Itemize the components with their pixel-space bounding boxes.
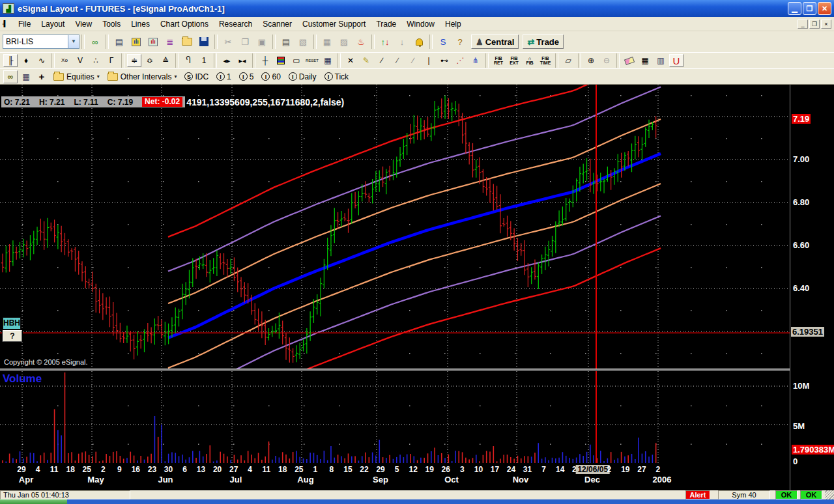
- dot-style-button[interactable]: ∴: [89, 54, 103, 67]
- compress-bars-button[interactable]: ◀▶: [220, 54, 234, 67]
- chart-area[interactable]: O: 7.21 H: 7.21 L: 7.11 C: 7.19 Net: -0.…: [0, 85, 834, 490]
- trade-button[interactable]: ⇄ Trade: [523, 35, 564, 49]
- volume-pane[interactable]: [0, 371, 790, 464]
- equities-folder[interactable]: Equities▾: [53, 72, 100, 81]
- grid-toggle-button[interactable]: ▦: [638, 54, 652, 67]
- price-pane[interactable]: [0, 85, 790, 369]
- resize-grip[interactable]: [825, 490, 834, 499]
- fib-circle-button[interactable]: ∩FIB: [523, 54, 537, 67]
- crosshair-cursor-button[interactable]: ┼: [258, 54, 272, 67]
- interval-box-button[interactable]: ▭: [289, 54, 304, 67]
- child-close-button[interactable]: ×: [821, 20, 831, 29]
- band-study-button[interactable]: ≎: [143, 54, 157, 67]
- menu-chart-options[interactable]: Chart Options: [155, 18, 214, 30]
- menu-layout[interactable]: Layout: [36, 18, 70, 30]
- candle-style-button[interactable]: ♦: [19, 54, 33, 67]
- hot-list-button[interactable]: ♨: [353, 34, 369, 49]
- candle: [94, 284, 97, 313]
- symbol-link-button[interactable]: ∞: [87, 34, 103, 49]
- help-question-button[interactable]: ?: [3, 330, 22, 342]
- close-button[interactable]: ✕: [818, 2, 831, 15]
- menu-scanner[interactable]: Scanner: [257, 18, 297, 30]
- restore-button[interactable]: ❐: [803, 2, 816, 15]
- alert-indicator[interactable]: Alert: [685, 490, 710, 499]
- eraser-tool-button[interactable]: [622, 54, 637, 67]
- expand-bars-button[interactable]: ▶◀: [235, 54, 250, 67]
- shapes-tool-button[interactable]: ▱: [561, 54, 575, 67]
- segment-tool-button[interactable]: ∕: [390, 54, 405, 67]
- quote-window-button[interactable]: ≣: [162, 34, 178, 49]
- print-button[interactable]: ▤: [278, 34, 294, 49]
- shift-bars-right-button[interactable]: 1: [197, 54, 211, 67]
- interval-1-button[interactable]: I1: [216, 72, 231, 81]
- pitchfork-tool-button[interactable]: ⋔: [468, 54, 483, 67]
- menu-trade[interactable]: Trade: [371, 18, 401, 30]
- envelope-study-button[interactable]: ≑: [127, 54, 141, 67]
- bar-style-button[interactable]: ╟: [3, 54, 18, 67]
- spike-style-button[interactable]: V: [73, 54, 87, 67]
- month-label-2006: 2006: [653, 475, 672, 484]
- child-minimize-button[interactable]: _: [798, 20, 808, 29]
- interval-daily-button[interactable]: IDaily: [289, 72, 317, 81]
- chart-properties-button[interactable]: ▦: [19, 70, 33, 83]
- child-restore-button[interactable]: ❐: [809, 20, 820, 29]
- chart-properties-icon: ▦: [324, 57, 331, 64]
- color-bars-button[interactable]: [274, 54, 288, 67]
- interval-5-button[interactable]: I5: [239, 72, 254, 81]
- hbh-badge[interactable]: HBH: [3, 317, 21, 329]
- step-style-button[interactable]: Γ: [104, 54, 119, 67]
- regression-lines-tool-button[interactable]: ⋰: [453, 54, 467, 67]
- up-down-arrows-button[interactable]: ↑↓: [377, 34, 393, 49]
- other-intervals-folder[interactable]: Other Intervals▾: [108, 72, 177, 81]
- context-help-button[interactable]: ?: [452, 34, 468, 49]
- central-button[interactable]: ♟ Central: [471, 35, 519, 49]
- menu-research[interactable]: Research: [214, 18, 257, 30]
- symbol-combo[interactable]: BRI-LIS ▼: [3, 35, 79, 49]
- new-page-button[interactable]: ▤: [111, 34, 127, 49]
- ray-tool-button[interactable]: ∕: [406, 54, 420, 67]
- candle: [582, 164, 584, 184]
- open-layout-button[interactable]: [179, 34, 195, 49]
- ma-study-button[interactable]: ≙: [158, 54, 173, 67]
- chart-properties-button[interactable]: ▦: [321, 54, 335, 67]
- horizontal-line-tool-button[interactable]: ⊷: [437, 54, 452, 67]
- point-figure-style-button[interactable]: Xo: [57, 54, 72, 67]
- trendline-tool-button[interactable]: ∕: [375, 54, 389, 67]
- pencil-tool-button[interactable]: ✎: [359, 54, 373, 67]
- minimize-button[interactable]: ▁: [788, 2, 801, 15]
- menu-customer-support[interactable]: Customer Support: [297, 18, 371, 30]
- shift-bars-left-button[interactable]: Ⴄ: [181, 54, 195, 67]
- price-axis[interactable]: 7.197.006.806.606.406.1935110M5M1.790383…: [790, 85, 834, 490]
- advanced-chart-button[interactable]: ılı: [145, 34, 161, 49]
- fib-time-button[interactable]: FIBTIME: [538, 54, 553, 67]
- symbol-dropdown-icon[interactable]: ▼: [68, 35, 79, 48]
- fib-extension-button[interactable]: FIBEXT: [507, 54, 521, 67]
- menu-window[interactable]: Window: [401, 18, 440, 30]
- reset-scale-button[interactable]: RESET: [305, 54, 319, 67]
- undo-button[interactable]: U: [669, 54, 683, 67]
- title-bar[interactable]: ▟ eSignal Layout - FUTURES - [eSignal Pr…: [0, 0, 834, 17]
- line-style-button[interactable]: ∿: [35, 54, 49, 67]
- candle: [181, 284, 184, 320]
- add-symbol-button[interactable]: +: [35, 70, 49, 83]
- alert-bell-button[interactable]: [411, 34, 427, 49]
- menu-view[interactable]: View: [70, 18, 97, 30]
- chart-window-button[interactable]: ılı: [128, 34, 144, 49]
- chart-link-button[interactable]: ∞: [3, 70, 18, 83]
- fib-retracement-button[interactable]: FIBRET: [491, 54, 506, 67]
- interval-tick-button[interactable]: ITick: [324, 72, 349, 81]
- interval-60-button[interactable]: I60: [261, 72, 280, 81]
- vertical-line-tool-button[interactable]: |: [422, 54, 436, 67]
- symbol-search-button[interactable]: S: [435, 34, 451, 49]
- source-idc-button[interactable]: SIDC: [184, 72, 208, 81]
- zoom-in-button[interactable]: ⊕: [584, 54, 598, 67]
- menu-help[interactable]: Help: [440, 18, 467, 30]
- menu-tools[interactable]: Tools: [97, 18, 126, 30]
- delete-tool-button[interactable]: ✕: [343, 54, 358, 67]
- menu-lines[interactable]: Lines: [126, 18, 155, 30]
- page-layout-button[interactable]: ▥: [654, 54, 668, 67]
- date-axis[interactable]: 2941118252916233061320274111825181522295…: [0, 464, 790, 490]
- save-layout-button[interactable]: [196, 34, 212, 49]
- date-tick: 17: [491, 465, 499, 474]
- menu-file[interactable]: File: [13, 18, 36, 30]
